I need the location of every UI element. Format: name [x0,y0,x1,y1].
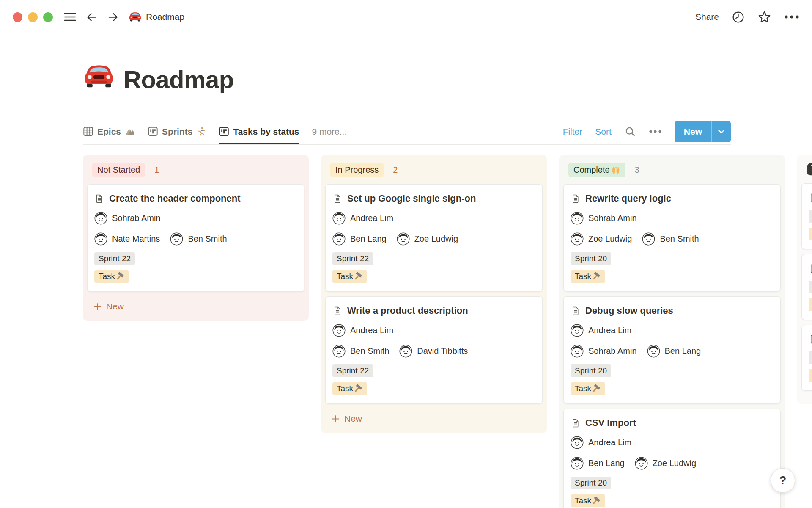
task-card[interactable]: SprintTask [801,254,812,320]
task-card[interactable]: Debug slow queriesAndrea LimSohrab AminB… [563,296,781,404]
new-card-button[interactable]: New [325,409,543,425]
forward-button[interactable] [107,11,119,23]
hammer-icon [592,272,601,281]
avatar [642,232,655,246]
chevron-down-icon [718,129,725,134]
tab-epics[interactable]: Epics [83,119,135,144]
assignee-row: Andrea Lim [332,210,535,226]
task-tag-label: Task [575,384,591,393]
sprint-tag: Sprint 20 [571,364,611,377]
card-title-row: Debug slow queries [571,304,774,318]
new-button-group: New [675,121,731,142]
breadcrumb[interactable]: Roadmap [129,11,184,24]
page-icon [571,306,580,316]
avatar [635,457,648,470]
red-car-icon [129,11,142,24]
tab-tasks-by-status[interactable]: Tasks by status [219,119,299,144]
new-button[interactable]: New [675,121,711,142]
status-tag[interactable]: In Progress [330,163,384,177]
avatar [571,212,584,225]
favorite-button[interactable] [757,10,771,24]
window-topbar: Roadmap Share [0,0,812,34]
hammer-icon [354,384,363,393]
assignee-name: David Tibbitts [417,346,468,356]
sprint-tag: Sprint 22 [94,252,135,265]
updates-button[interactable] [732,11,745,24]
page-title[interactable]: Roadmap [123,66,234,93]
column-count: 3 [635,165,639,175]
column-header: Complete3 [563,162,781,184]
task-tag: Task [332,270,367,283]
tab-label: Sprints [162,127,192,137]
window-controls [13,12,53,22]
kanban-column: Not Started1Create the header componentS… [83,155,309,321]
task-card[interactable]: Write a product descriptionAndrea LimBen… [325,296,543,404]
column-header: Not Started1 [87,162,304,184]
ellipsis-icon [784,15,799,19]
sprint-tag: Sprint 20 [571,252,611,265]
task-tag: Task [571,494,605,507]
tab-label: Epics [97,127,121,137]
card-title-row: Set up Google single sign-on [332,191,535,206]
card-title-row: Rewrite query logic [571,191,774,206]
assignee-row: Andrea Lim [571,434,774,451]
assignee-row: Sohrab AminBen Lang [571,342,774,359]
breadcrumb-title: Roadmap [146,12,184,22]
back-button[interactable] [85,11,98,23]
star-icon [757,10,771,24]
filter-button[interactable]: Filter [563,127,583,137]
more-options-button[interactable] [784,15,799,19]
avatar [399,345,412,358]
avatar [94,232,107,246]
red-car-icon[interactable] [83,61,115,93]
task-card[interactable]: SprintTask [801,325,812,391]
more-tabs-button[interactable]: 9 more... [312,119,347,144]
status-tag[interactable]: Complete [568,163,625,177]
card-title: CSV Import [585,417,636,428]
status-label: Complete [573,165,610,175]
page-icon [809,264,812,273]
minimize-button[interactable] [28,12,38,22]
assignee-row: Andrea Lim [571,322,774,339]
sprint-tag: Sprint [809,351,812,364]
assignee-name: Andrea Lim [588,326,631,335]
task-card[interactable]: SprintTask [801,183,812,249]
hammer-icon [116,272,125,281]
view-options-button[interactable] [649,130,662,133]
task-tag: Task [571,382,605,395]
sort-button[interactable]: Sort [595,127,612,137]
assignee-name: Andrea Lim [350,326,393,335]
search-button[interactable] [624,126,636,138]
card-title: Rewrite query logic [585,193,671,204]
card-title-row: Create the header component [94,191,297,206]
card-title-row [809,190,812,205]
assignee-row: Nate MartinsBen Smith [94,230,297,247]
card-title: Create the header component [109,193,241,204]
page-icon [571,418,580,428]
share-button[interactable]: Share [695,12,719,22]
close-button[interactable] [13,12,22,22]
tab-sprints[interactable]: Sprints [148,119,206,144]
assignee-name: Zoe Ludwig [653,458,696,468]
task-card[interactable]: CSV ImportAndrea LimBen LangZoe LudwigSp… [563,409,781,508]
task-card[interactable]: Set up Google single sign-onAndrea LimBe… [325,184,543,292]
assignee-name: Ben Smith [660,234,699,244]
task-card[interactable]: Rewrite query logicSohrab AminZoe Ludwig… [563,184,781,292]
sidebar-menu-button[interactable] [64,12,76,22]
new-card-label: New [106,301,124,312]
clock-icon [732,11,745,24]
zoom-button[interactable] [43,12,53,22]
page-icon [332,194,342,204]
hamburger-icon [64,12,76,22]
assignee-name: Andrea Lim [350,213,393,223]
assignee-name: Zoe Ludwig [414,234,458,244]
task-tag: Task [332,382,367,395]
avatar [571,324,584,337]
sprint-tag: Sprint [809,210,812,223]
task-card[interactable]: Create the header componentSohrab AminNa… [87,184,304,292]
help-button[interactable]: ? [771,468,795,493]
new-card-button[interactable]: New [87,296,304,312]
new-dropdown-button[interactable] [711,121,731,142]
status-tag[interactable]: Not Started [92,163,145,177]
assignee-row: Sohrab Amin [571,210,774,226]
